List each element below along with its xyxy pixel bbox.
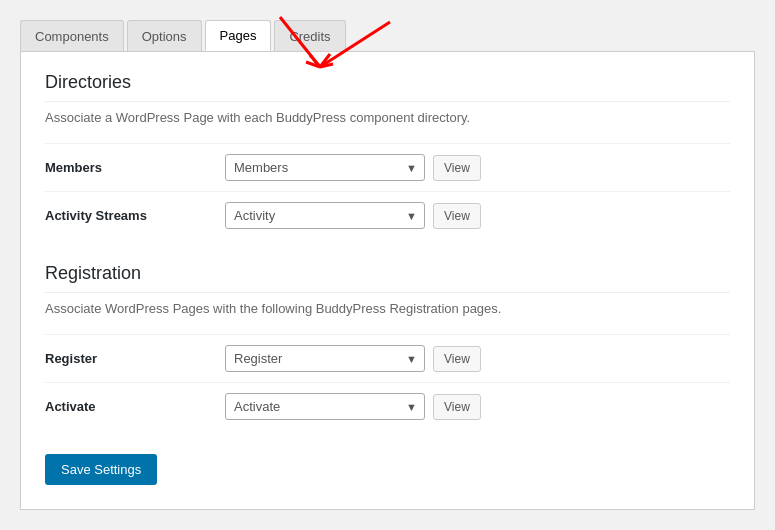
tab-options[interactable]: Options bbox=[127, 20, 202, 51]
directories-description: Associate a WordPress Page with each Bud… bbox=[45, 110, 730, 125]
members-select-wrapper: Members Activity Register Activate ▼ bbox=[225, 154, 425, 181]
register-row: Register Members Activity Register Activ… bbox=[45, 334, 730, 382]
members-row: Members Members Activity Register Activa… bbox=[45, 143, 730, 191]
activity-streams-controls: Members Activity Register Activate ▼ Vie… bbox=[225, 202, 481, 229]
activity-streams-select[interactable]: Members Activity Register Activate bbox=[225, 202, 425, 229]
tab-content-pages: Directories Associate a WordPress Page w… bbox=[20, 51, 755, 510]
activate-label: Activate bbox=[45, 399, 225, 414]
registration-title: Registration bbox=[45, 263, 730, 293]
members-view-button[interactable]: View bbox=[433, 155, 481, 181]
tab-pages[interactable]: Pages bbox=[205, 20, 272, 51]
register-select[interactable]: Members Activity Register Activate bbox=[225, 345, 425, 372]
directories-title: Directories bbox=[45, 72, 730, 102]
members-controls: Members Activity Register Activate ▼ Vie… bbox=[225, 154, 481, 181]
activate-row: Activate Members Activity Register Activ… bbox=[45, 382, 730, 430]
tab-bar: Components Options Pages Credits bbox=[20, 20, 755, 51]
tab-components[interactable]: Components bbox=[20, 20, 124, 51]
activate-controls: Members Activity Register Activate ▼ Vie… bbox=[225, 393, 481, 420]
activate-select[interactable]: Members Activity Register Activate bbox=[225, 393, 425, 420]
directories-section: Directories Associate a WordPress Page w… bbox=[45, 72, 730, 239]
registration-section: Registration Associate WordPress Pages w… bbox=[45, 263, 730, 430]
register-view-button[interactable]: View bbox=[433, 346, 481, 372]
registration-description: Associate WordPress Pages with the follo… bbox=[45, 301, 730, 316]
save-settings-button[interactable]: Save Settings bbox=[45, 454, 157, 485]
members-label: Members bbox=[45, 160, 225, 175]
activity-streams-label: Activity Streams bbox=[45, 208, 225, 223]
activity-streams-row: Activity Streams Members Activity Regist… bbox=[45, 191, 730, 239]
tab-credits[interactable]: Credits bbox=[274, 20, 345, 51]
register-select-wrapper: Members Activity Register Activate ▼ bbox=[225, 345, 425, 372]
activity-streams-select-wrapper: Members Activity Register Activate ▼ bbox=[225, 202, 425, 229]
register-controls: Members Activity Register Activate ▼ Vie… bbox=[225, 345, 481, 372]
activity-streams-view-button[interactable]: View bbox=[433, 203, 481, 229]
activate-select-wrapper: Members Activity Register Activate ▼ bbox=[225, 393, 425, 420]
register-label: Register bbox=[45, 351, 225, 366]
members-select[interactable]: Members Activity Register Activate bbox=[225, 154, 425, 181]
activate-view-button[interactable]: View bbox=[433, 394, 481, 420]
